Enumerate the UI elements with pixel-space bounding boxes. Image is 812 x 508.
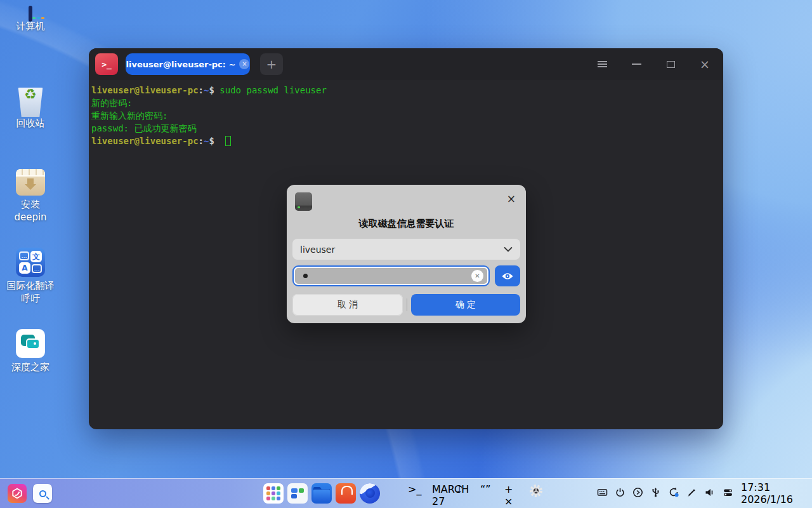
terminal-titlebar: >_ liveuser@liveuser-pc: ~ × + ×: [89, 48, 723, 80]
chat-bubbles-icon: [16, 329, 45, 358]
translation-icon: … 文 A …: [16, 248, 45, 277]
dialog-close-button[interactable]: ×: [507, 192, 516, 205]
dock-file-manager[interactable]: [311, 483, 332, 504]
auth-dialog: × 读取磁盘信息需要认证 liveuser ✕ 取 消 确 定: [287, 185, 526, 323]
desktop-icon-translate[interactable]: … 文 A … 国际化翻译 呼吁: [0, 248, 61, 305]
user-select-value: liveuser: [300, 244, 335, 255]
computer-icon: [29, 8, 32, 20]
disk-icon: [295, 192, 312, 211]
maximize-button[interactable]: [665, 58, 676, 70]
power-icon[interactable]: [615, 487, 625, 500]
ok-button[interactable]: 确 定: [411, 294, 520, 316]
launcher-hexagon-icon: [11, 488, 23, 499]
dialog-title: 读取磁盘信息需要认证: [287, 218, 526, 230]
dock-multitask[interactable]: [287, 483, 308, 504]
eye-icon: [501, 272, 514, 281]
button-divider: [407, 298, 407, 311]
desktop-icon-label: 回收站: [0, 117, 61, 130]
usb-icon[interactable]: [650, 487, 661, 500]
terminal-line: 新的密码:: [91, 97, 721, 109]
dock: >_ MARCH 27 ♪ “” +× −: [0, 478, 812, 508]
dock-browser[interactable]: [360, 483, 380, 504]
tab-close-icon[interactable]: ×: [239, 59, 249, 69]
desktop-icon-label: 深度之家: [0, 361, 61, 373]
search-button[interactable]: [33, 484, 52, 503]
chevron-down-icon: [504, 246, 513, 252]
dock-text-editor[interactable]: “”: [480, 483, 501, 504]
terminal-line: 重新输入新的密码:: [91, 109, 721, 122]
date-label: 2026/1/16: [741, 493, 793, 505]
dock-calculator[interactable]: +× −: [504, 483, 525, 504]
dock-app-store[interactable]: [336, 483, 356, 504]
dock-mail[interactable]: [384, 483, 404, 504]
dock-control-center[interactable]: [528, 483, 549, 504]
close-button[interactable]: ×: [699, 58, 710, 70]
new-tab-button[interactable]: +: [260, 53, 283, 75]
time-label: 17:31: [741, 481, 793, 493]
dock-app-grid[interactable]: [263, 483, 284, 504]
keyboard-layout-icon[interactable]: [597, 487, 608, 500]
dock-settings-icon[interactable]: [723, 487, 734, 500]
dock-music[interactable]: ♪: [456, 483, 476, 504]
terminal-cursor: [225, 136, 231, 146]
minimize-button[interactable]: [631, 58, 642, 70]
terminal-tab[interactable]: liveuser@liveuser-pc: ~ ×: [126, 53, 250, 75]
desktop-icon-label: 呼吁: [0, 292, 61, 305]
tab-title: liveuser@liveuser-pc: ~: [126, 60, 236, 69]
desktop-icon-computer[interactable]: 计算机: [0, 8, 61, 32]
volume-icon[interactable]: [704, 487, 716, 500]
terminal-app-icon: >_: [95, 53, 118, 75]
password-dot: [303, 274, 308, 278]
terminal-output[interactable]: liveuser@liveuser-pc:~$ sudo passwd live…: [89, 80, 723, 151]
gear-icon: [528, 483, 544, 498]
password-input[interactable]: ✕: [292, 265, 490, 286]
update-sync-icon[interactable]: [668, 486, 679, 500]
launcher-button[interactable]: [8, 484, 27, 503]
desktop-icon-label: deepin: [0, 211, 61, 224]
pen-icon[interactable]: [686, 487, 697, 500]
desktop-icon-install-deepin[interactable]: 安装 deepin: [0, 169, 61, 224]
user-select[interactable]: liveuser: [292, 239, 520, 260]
desktop-icon-label: 计算机: [0, 20, 61, 32]
desktop-icon-label: 国际化翻译: [0, 279, 61, 292]
menu-icon[interactable]: [596, 58, 608, 70]
desktop-icon-label: 安装: [0, 198, 61, 211]
password-reveal-button[interactable]: [495, 265, 520, 286]
recycle-bin-icon: ♻: [17, 88, 44, 117]
cancel-button[interactable]: 取 消: [292, 294, 403, 316]
clock[interactable]: 17:31 2026/1/16: [741, 481, 793, 505]
search-icon: [39, 490, 46, 497]
expand-tray-icon[interactable]: [632, 487, 643, 500]
terminal-line: liveuser@liveuser-pc:~$: [91, 135, 721, 147]
dock-terminal[interactable]: >_: [408, 483, 428, 504]
password-clear-button[interactable]: ✕: [471, 270, 483, 282]
terminal-line: liveuser@liveuser-pc:~$ sudo passwd live…: [91, 84, 721, 97]
terminal-line: passwd: 已成功更新密码: [91, 122, 721, 135]
desktop-icon-trash[interactable]: ♻ 回收站: [0, 88, 61, 130]
dock-calendar[interactable]: MARCH 27: [432, 483, 452, 504]
desktop-icon-deepin-home[interactable]: 深度之家: [0, 329, 61, 373]
installer-icon: [16, 169, 45, 196]
